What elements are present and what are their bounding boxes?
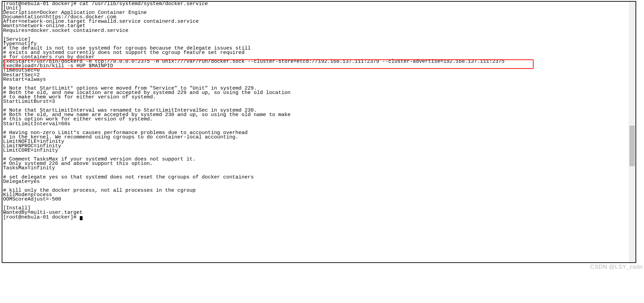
file-line-29: # in the kernel. We recommend using cgro… [3,135,627,139]
cursor-icon [80,216,83,220]
file-line-39: Delegate=yes [3,179,627,184]
file-line-7: [Service] [3,37,627,42]
file-line-5: Requires=docker.socket containerd.servic… [3,29,627,33]
file-line-13: ExecReload=/bin/kill -s HUP $MAINPID [3,64,627,68]
file-line-38: # set delegate yes so that systemd does … [3,175,627,179]
scrollbar-thumb[interactable] [629,126,635,166]
file-line-30: LimitNOFILE=infinity [3,139,627,144]
file-line-35: # Only systemd 226 and above support thi… [3,162,627,166]
file-line-44 [3,202,627,206]
terminal-window: [root@nebula-01 docker]# cat /usr/lib/sy… [2,1,636,263]
file-line-16: Restart=always [3,77,627,82]
file-line-14: TimeoutSec=0 [3,68,627,73]
watermark: CSDN @LSY_csdn [590,264,643,270]
file-line-21: StartLimitBurst=3 [3,99,627,104]
file-line-46: WantedBy=multi-user.target [3,210,627,215]
file-line-10: # exists and systemd currently does not … [3,51,627,55]
terminal-output[interactable]: [root@nebula-01 docker]# cat /usr/lib/sy… [3,2,627,220]
file-line-43: OOMScoreAdjust=-500 [3,197,627,202]
file-line-41: # kill only the docker process, not all … [3,188,627,193]
scrollbar-track[interactable] [629,2,636,262]
file-line-3: After=network-online.target firewalld.se… [3,19,627,24]
file-line-31: LimitNPROC=infinity [3,144,627,148]
file-line-25: # this option work for either version of… [3,117,627,121]
file-line-42: KillMode=process [3,193,627,197]
file-line-6 [3,33,627,37]
file-line-20: # to make them work for either version o… [3,95,627,99]
prompt-line[interactable]: [root@nebula-01 docker]# [3,215,627,220]
file-line-26: StartLimitInterval=60s [3,122,627,126]
file-line-15: RestartSec=2 [3,73,627,77]
file-line-36: TasksMax=infinity [3,166,627,170]
file-line-32: LimitCORE=infinity [3,148,627,153]
prompt-line: [root@nebula-01 docker]# cat /usr/lib/sy… [3,2,627,6]
file-line-45: [Install] [3,206,627,210]
